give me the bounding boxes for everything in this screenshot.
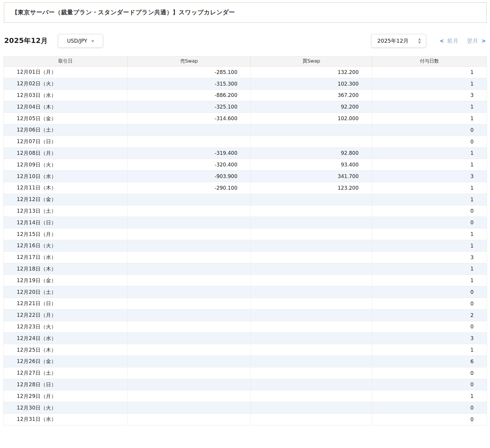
cell-grant-days: 0	[372, 321, 487, 333]
table-row: 12月24日（水）3	[4, 333, 487, 344]
cell-sell-swap	[128, 286, 251, 298]
table-row: 12月08日（月）-319.40092.8001	[4, 147, 487, 159]
cell-buy-swap: 93.400	[251, 159, 372, 171]
cell-grant-days: 1	[372, 390, 487, 402]
cell-grant-days: 1	[372, 78, 487, 89]
cell-grant-days: 1	[372, 194, 487, 205]
table-row: 12月06日（土）0	[4, 124, 487, 136]
chevron-down-icon: ∨	[91, 39, 94, 43]
cell-grant-days: 1	[372, 275, 487, 286]
cell-buy-swap: 92.800	[251, 147, 372, 159]
prev-month-link[interactable]: < 前月	[440, 37, 459, 44]
cell-trade-date: 12月18日（木）	[4, 263, 128, 275]
page-title: 【東京サーバー（裁量プラン・スタンダードプラン共通）】スワップカレンダー	[4, 2, 487, 23]
table-row: 12月16日（火）1	[4, 240, 487, 251]
table-row: 12月30日（火）0	[4, 402, 487, 414]
cell-sell-swap	[128, 194, 251, 205]
month-spinner-arrows: ∧ ∨	[418, 38, 421, 44]
cell-grant-days: 1	[372, 113, 487, 124]
cell-buy-swap	[251, 344, 372, 356]
table-row: 12月12日（金）1	[4, 194, 487, 205]
next-month-link[interactable]: 翌月 >	[467, 37, 486, 44]
table-row: 12月18日（木）1	[4, 263, 487, 275]
column-header-trade-date: 取引日	[4, 56, 128, 67]
cell-grant-days: 0	[372, 402, 487, 414]
cell-trade-date: 12月31日（水）	[4, 413, 128, 425]
cell-sell-swap	[128, 356, 251, 367]
cell-grant-days: 1	[372, 159, 487, 171]
cell-trade-date: 12月09日（火）	[4, 159, 128, 171]
cell-sell-swap	[128, 275, 251, 286]
cell-sell-swap	[128, 228, 251, 240]
table-row: 12月11日（木）-290.100123.2001	[4, 182, 487, 194]
chevron-right-icon: >	[482, 38, 486, 44]
cell-grant-days: 3	[372, 89, 487, 101]
cell-sell-swap	[128, 205, 251, 217]
cell-trade-date: 12月15日（月）	[4, 228, 128, 240]
cell-sell-swap	[128, 251, 251, 263]
table-row: 12月25日（木）1	[4, 344, 487, 356]
cell-sell-swap	[128, 390, 251, 402]
cell-trade-date: 12月13日（土）	[4, 205, 128, 217]
cell-sell-swap: -319.400	[128, 147, 251, 159]
cell-grant-days: 3	[372, 333, 487, 344]
currency-pair-select[interactable]: USD/JPY ∨	[58, 34, 103, 48]
cell-grant-days: 3	[372, 171, 487, 182]
cell-sell-swap	[128, 344, 251, 356]
cell-buy-swap	[251, 402, 372, 414]
cell-buy-swap	[251, 136, 372, 147]
cell-grant-days: 0	[372, 217, 487, 228]
cell-trade-date: 12月27日（土）	[4, 367, 128, 379]
cell-buy-swap	[251, 275, 372, 286]
cell-buy-swap	[251, 309, 372, 321]
table-header-row: 取引日 売Swap 買Swap 付与日数	[4, 56, 487, 67]
cell-grant-days: 1	[372, 67, 487, 78]
cell-grant-days: 1	[372, 101, 487, 113]
cell-trade-date: 12月25日（木）	[4, 344, 128, 356]
month-navigation: < 前月 翌月 >	[440, 37, 486, 44]
cell-grant-days: 0	[372, 413, 487, 425]
cell-buy-swap	[251, 367, 372, 379]
cell-trade-date: 12月03日（水）	[4, 89, 128, 101]
cell-buy-swap	[251, 298, 372, 309]
cell-grant-days: 0	[372, 205, 487, 217]
month-spinner[interactable]: 2025年12月 ∧ ∨	[371, 34, 426, 48]
cell-trade-date: 12月30日（火）	[4, 402, 128, 414]
cell-sell-swap	[128, 333, 251, 344]
cell-buy-swap: 132.200	[251, 67, 372, 78]
cell-buy-swap	[251, 124, 372, 136]
cell-trade-date: 12月21日（日）	[4, 298, 128, 309]
cell-buy-swap: 92.200	[251, 101, 372, 113]
cell-trade-date: 12月02日（火）	[4, 78, 128, 89]
cell-sell-swap: -903.900	[128, 171, 251, 182]
cell-buy-swap	[251, 263, 372, 275]
table-row: 12月31日（水）0	[4, 413, 487, 425]
cell-sell-swap: -315.300	[128, 78, 251, 89]
cell-buy-swap	[251, 228, 372, 240]
cell-trade-date: 12月01日（月）	[4, 67, 128, 78]
cell-sell-swap	[128, 413, 251, 425]
table-row: 12月26日（金）6	[4, 356, 487, 367]
spinner-down-icon[interactable]: ∨	[418, 41, 421, 44]
cell-trade-date: 12月08日（月）	[4, 147, 128, 159]
currency-pair-value: USD/JPY	[67, 38, 87, 44]
table-row: 12月19日（金）1	[4, 275, 487, 286]
column-header-grant-days: 付与日数	[372, 56, 487, 67]
cell-trade-date: 12月12日（金）	[4, 194, 128, 205]
cell-trade-date: 12月24日（水）	[4, 333, 128, 344]
cell-trade-date: 12月05日（金）	[4, 113, 128, 124]
table-row: 12月21日（日）0	[4, 298, 487, 309]
table-row: 12月13日（土）0	[4, 205, 487, 217]
cell-trade-date: 12月06日（土）	[4, 124, 128, 136]
cell-sell-swap	[128, 217, 251, 228]
toolbar: 2025年12月 USD/JPY ∨ 2025年12月 ∧ ∨ < 前月 翌月 …	[4, 34, 486, 48]
cell-buy-swap	[251, 321, 372, 333]
cell-buy-swap	[251, 205, 372, 217]
cell-trade-date: 12月04日（木）	[4, 101, 128, 113]
swap-calendar-table: 取引日 売Swap 買Swap 付与日数 12月01日（月）-285.10013…	[3, 56, 487, 425]
cell-sell-swap	[128, 367, 251, 379]
cell-trade-date: 12月16日（火）	[4, 240, 128, 251]
cell-trade-date: 12月28日（日）	[4, 379, 128, 390]
cell-trade-date: 12月23日（火）	[4, 321, 128, 333]
cell-trade-date: 12月26日（金）	[4, 356, 128, 367]
